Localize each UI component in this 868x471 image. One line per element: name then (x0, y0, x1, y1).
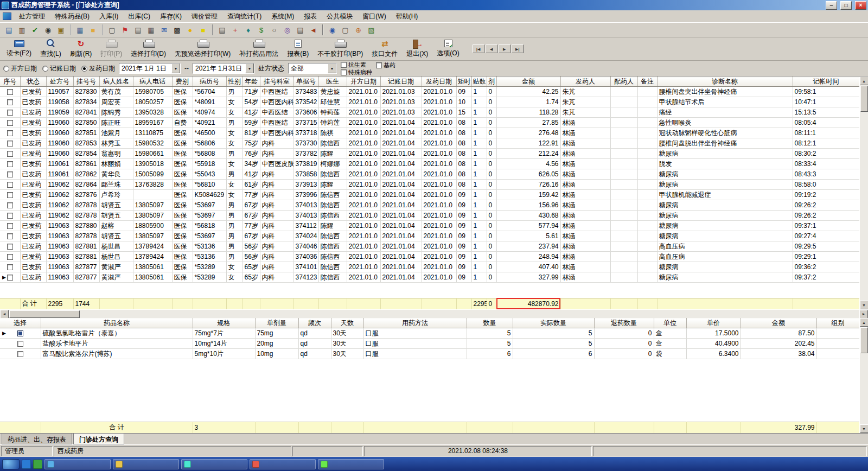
prev-record-button[interactable]: ◀ (486, 44, 497, 53)
detail-col-amount[interactable]: 金额 (741, 319, 816, 328)
main-row[interactable]: 已发药119062827876卢希玲医保K5084629女77岁内科373996… (0, 190, 859, 200)
main-row[interactable]: 已发药119057827830黄有茂15980705医保*56704男71岁中西… (0, 87, 859, 97)
main-col-post_time[interactable]: 记帐时间 (793, 77, 859, 87)
main-col-sex[interactable]: 性别 (226, 77, 242, 87)
detail-col-qty[interactable]: 数量 (467, 319, 513, 328)
radio-dispense-date[interactable]: 发药日期 (81, 64, 115, 73)
first-record-button[interactable]: |◀ (473, 44, 484, 53)
checkbox-antibiotic[interactable]: 抗生素 (341, 61, 372, 68)
date-from-picker[interactable]: 2021年 1月 1日 ▼ (119, 63, 181, 74)
form-button[interactable]: ▦ (74, 24, 86, 36)
main-row[interactable]: 已发药119063827880赵榕18805900医保*56818男77岁内科3… (0, 221, 859, 231)
row-checkbox[interactable] (7, 202, 13, 208)
menu-item-5[interactable]: 库存(K) (155, 10, 187, 23)
main-row[interactable]: 已发药119063827878胡贤五13805097医保*53697男67岁内科… (0, 231, 859, 241)
radio-rx-date[interactable]: 开方日期 (3, 64, 37, 73)
print-button[interactable]: 打印(P) (96, 38, 126, 60)
options-button[interactable]: 选项(O) (432, 38, 463, 60)
report-button[interactable]: 报表(B) (283, 38, 313, 60)
script-button[interactable]: ▢ (339, 24, 352, 36)
rx-status-dropdown-icon[interactable]: ▼ (328, 63, 336, 73)
task-button-4[interactable] (250, 459, 316, 469)
menu-item-3[interactable]: 入库(I) (94, 10, 123, 23)
ledger-button[interactable]: ▥ (16, 24, 28, 36)
main-col-dept[interactable]: 挂号科室 (260, 77, 293, 87)
main-row[interactable]: 已发药119061827862黄华良15005099医保*55043男41岁内科… (0, 169, 859, 180)
main-col-age[interactable]: 年龄 (242, 77, 260, 87)
scroll-left-icon[interactable]: ◄ (0, 310, 9, 319)
row-checkbox[interactable] (7, 110, 13, 116)
date-to-picker[interactable]: 2021年 1月31日 ▼ (193, 63, 254, 74)
menu-item-7[interactable]: 查询统计(T) (222, 10, 266, 23)
tab-outpatient-rx-query[interactable]: 门诊处方查询 (73, 434, 124, 444)
detail-col-name[interactable]: 药品名称 (41, 319, 193, 328)
row-checkbox[interactable] (7, 223, 13, 229)
menu-item-12[interactable]: 帮助(H) (391, 10, 423, 23)
export-button[interactable]: ▧ (365, 24, 378, 36)
lock-button[interactable]: ▣ (55, 24, 67, 36)
document-button[interactable]: ▢ (106, 24, 118, 36)
detail-col-unit[interactable]: 单位 (654, 319, 686, 328)
bell-button[interactable]: ● (184, 24, 196, 36)
flag-button[interactable]: ⚑ (119, 24, 131, 36)
detail-vertical-scrollbar[interactable]: ▲ ▼ (859, 318, 868, 433)
print2-button[interactable]: ▤ (216, 24, 228, 36)
main-row[interactable]: ▶已发药119063827877黄淑严13805061医保*53289女65岁内… (0, 272, 859, 283)
main-col-note[interactable]: 备注 (637, 77, 657, 87)
scroll-up-icon[interactable]: ▲ (860, 77, 868, 85)
task-button-2[interactable] (113, 459, 179, 469)
menu-item-11[interactable]: 窗口(W) (358, 10, 391, 23)
detail-col-method[interactable]: 用药方法 (363, 319, 467, 328)
detail-row[interactable]: 盐酸乐卡地平片10mg*14片20mgqd30天口服550盒40.4900202… (0, 339, 859, 349)
barcode-button[interactable]: ▩ (171, 24, 183, 36)
main-row[interactable]: 已发药119061827861林丽娟13905018医保*55918女34岁中西… (0, 159, 859, 169)
row-checkbox[interactable] (17, 351, 23, 357)
tab-drug-in-out-stock-report[interactable]: 药品进、出、存报表 (2, 434, 72, 444)
row-checkbox[interactable] (7, 264, 13, 270)
main-col-sel[interactable]: 序号 (0, 77, 20, 87)
row-checkbox[interactable] (7, 171, 13, 177)
menu-item-10[interactable]: 公共模块 (322, 10, 358, 23)
menu-item-1[interactable]: 处方管理 (14, 10, 50, 23)
main-vertical-scrollbar[interactable]: ▲ ▼ (859, 77, 868, 309)
main-col-diagnosis[interactable]: 诊断名称 (657, 77, 793, 87)
main-col-dose[interactable]: 剂 (487, 77, 496, 87)
main-row[interactable]: 已发药119062827864鄢兰珠13763828医保*56810女61岁内科… (0, 180, 859, 190)
row-checkbox[interactable] (7, 192, 13, 198)
mail-button[interactable]: ✉ (158, 24, 170, 36)
detail-scroll-up-icon[interactable]: ▲ (860, 318, 868, 327)
taskbar-browser-icon[interactable] (22, 460, 31, 469)
row-checkbox[interactable] (17, 330, 23, 336)
main-row[interactable]: 已发药119063827877黄淑严13805061医保*53289女65岁内科… (0, 262, 859, 272)
main-row[interactable]: 已发药119063827881杨世昌13789424医保*53136男56岁内科… (0, 252, 859, 262)
exit-button[interactable]: 退出(X) (402, 38, 432, 60)
binoculars-button[interactable]: ◉ (42, 24, 54, 36)
detail-col-freq[interactable]: 频次 (298, 319, 331, 328)
plug-button[interactable]: ⊕ (352, 24, 365, 36)
row-checkbox[interactable] (7, 130, 13, 136)
main-row[interactable]: 已发药119060827850陈正旺18959167自费*40921男59岁中西… (0, 118, 859, 128)
taskbar-green-app-icon[interactable] (33, 460, 42, 469)
main-col-compounder[interactable]: 配药人 (610, 77, 637, 87)
task-button-5[interactable] (318, 459, 384, 469)
last-record-button[interactable]: ▶| (512, 44, 524, 53)
exit-small-button[interactable]: ◄ (307, 24, 320, 36)
print3-button[interactable]: ▤ (294, 24, 307, 36)
main-horizontal-scrollbar[interactable]: ◄ ► (0, 309, 868, 318)
main-col-patient[interactable]: 病人姓名 (99, 77, 133, 87)
detail-col-refund_qty[interactable]: 退药数量 (594, 319, 654, 328)
main-row[interactable]: 已发药119060827853林秀玉15980532医保*56806女75岁内科… (0, 138, 859, 149)
money-button[interactable]: $ (255, 24, 267, 36)
main-col-rx_no[interactable]: 处方号 (46, 77, 73, 87)
detail-row[interactable]: 富马酸比索洛尔片(博苏)5mg*10片10mgqd30天口服660袋6.3400… (0, 349, 859, 359)
disc-button[interactable]: ◎ (281, 24, 293, 36)
row-checkbox[interactable] (7, 244, 13, 250)
main-row[interactable]: 已发药119059827841陈锦秀13950328医保*40974女41岁中西… (0, 107, 859, 118)
main-col-fee_type[interactable]: 费别 (172, 77, 193, 87)
scroll-right-icon[interactable]: ► (859, 310, 868, 319)
row-checkbox[interactable] (7, 182, 13, 188)
main-col-post_date[interactable]: 记账日期 (380, 77, 422, 87)
main-col-doctor[interactable]: 医生 (318, 77, 347, 87)
date-from-dropdown-icon[interactable]: ▼ (171, 63, 180, 73)
zoom-button[interactable]: ◉ (326, 24, 339, 36)
